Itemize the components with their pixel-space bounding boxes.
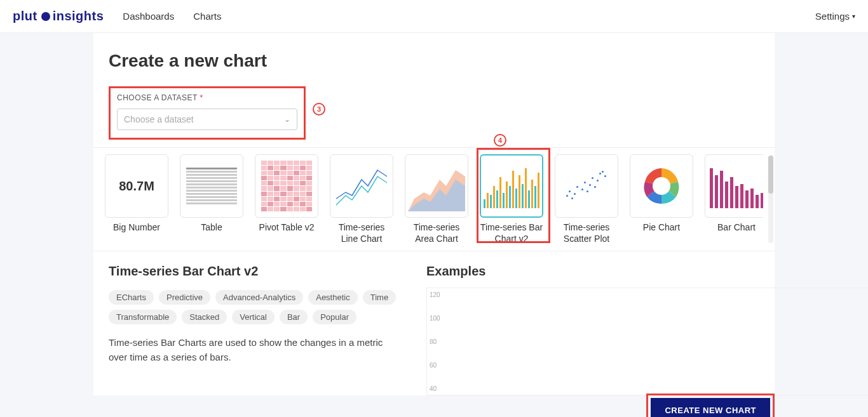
example-chart: 120 100 80 60 40 <box>426 288 868 395</box>
nav-charts[interactable]: Charts <box>193 11 221 22</box>
tag: Transformable <box>109 310 177 324</box>
brand-text-pluto: plut <box>13 9 37 23</box>
top-nav: plut insights Dashboards Charts Settings… <box>0 0 868 33</box>
chart-type-table[interactable]: Table <box>180 154 243 244</box>
examples-title: Examples <box>426 264 868 279</box>
main-panel: Create a new chart CHOOSE A DATASET * Ch… <box>93 33 775 395</box>
detail-section: Time-series Bar Chart v2 ECharts Predict… <box>93 251 775 395</box>
tag: Stacked <box>182 310 227 324</box>
chart-type-scatter[interactable]: Time-series Scatter Plot <box>555 154 618 244</box>
tag: Vertical <box>232 310 275 324</box>
tag: Time <box>363 290 396 305</box>
scatter-icon <box>561 164 612 208</box>
annotation-marker-3: 3 <box>313 103 325 116</box>
create-new-chart-button[interactable]: CREATE NEW CHART <box>651 398 770 417</box>
chart-type-big-number[interactable]: 80.7M Big Number <box>105 154 168 244</box>
dataset-field-highlight: CHOOSE A DATASET * Choose a dataset ⌄ <box>109 86 306 140</box>
dataset-placeholder: Choose a dataset <box>124 114 194 124</box>
nav-settings-label: Settings <box>815 11 850 22</box>
detail-description: Time-series Bar Charts are used to show … <box>109 336 401 364</box>
create-button-highlight: CREATE NEW CHART <box>646 394 775 417</box>
tag: Popular <box>313 310 356 324</box>
tag: Bar <box>280 310 308 324</box>
chart-type-pivot-table[interactable]: Pivot Table v2 <box>255 154 318 244</box>
dataset-label: CHOOSE A DATASET * <box>117 93 297 102</box>
line-chart-icon <box>333 161 390 211</box>
chart-type-grid: 4 80.7M Big Number Table <box>93 147 775 251</box>
svg-marker-1 <box>408 180 465 211</box>
bignumber-value: 80.7M <box>119 179 154 194</box>
page-title: Create a new chart <box>109 51 775 71</box>
tag: ECharts <box>109 290 154 305</box>
annotation-marker-4: 4 <box>494 134 506 147</box>
nav-dashboards[interactable]: Dashboards <box>123 11 174 22</box>
svg-point-3 <box>653 177 670 195</box>
brand-dot-icon <box>41 12 50 21</box>
tag: Advanced-Analytics <box>215 290 303 305</box>
chart-type-pie[interactable]: Pie Chart <box>630 154 693 244</box>
brand-logo[interactable]: plut insights <box>13 9 104 23</box>
chart-type-area[interactable]: Time-series Area Chart <box>405 154 468 244</box>
chart-type-bar[interactable]: Bar Chart <box>705 154 763 244</box>
brand-text-insights: insights <box>53 9 104 23</box>
required-asterisk: * <box>200 93 203 102</box>
pie-chart-icon <box>639 164 684 208</box>
example-bars <box>446 295 868 390</box>
bar-chart-icon <box>710 164 764 208</box>
detail-title: Time-series Bar Chart v2 <box>109 264 401 279</box>
chevron-down-icon: ⌄ <box>284 115 290 124</box>
chart-type-line[interactable]: Time-series Line Chart <box>330 154 393 244</box>
tag: Predictive <box>159 290 210 305</box>
table-icon <box>186 168 237 204</box>
chevron-down-icon: ▾ <box>852 13 855 20</box>
area-chart-icon <box>408 161 465 211</box>
nav-settings[interactable]: Settings ▾ <box>815 11 855 22</box>
bar-ts-icon <box>484 164 539 208</box>
tag-list: ECharts Predictive Advanced-Analytics Ae… <box>109 290 401 324</box>
grid-scrollbar[interactable] <box>768 156 773 243</box>
dataset-select[interactable]: Choose a dataset ⌄ <box>117 109 297 130</box>
pivot-icon <box>261 161 312 211</box>
scrollbar-thumb[interactable] <box>768 156 773 194</box>
tag: Aesthetic <box>308 290 357 305</box>
